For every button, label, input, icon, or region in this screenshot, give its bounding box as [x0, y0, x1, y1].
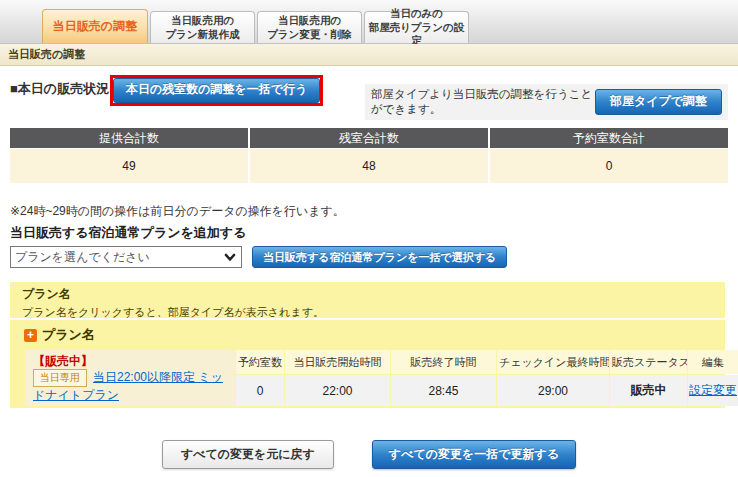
col-header-sales-status: 販売ステータス — [610, 350, 687, 374]
add-plan-row: プランを選んでください 当日販売する宿泊通常プランを一括で選択する — [10, 246, 507, 268]
col-header-edit: 編集 — [688, 350, 738, 374]
plan-list-panel: + プラン名 【販売中】 当日専用当日22:00以降限定 ミッドナイトプラン 予… — [10, 320, 725, 408]
summary-header-offered-total: 提供合計数 — [10, 128, 248, 148]
end-time-value: 28:45 — [391, 375, 496, 406]
add-plan-heading: 当日販売する宿泊通常プランを追加する — [10, 224, 246, 242]
plan-select-value: プランを選んでください — [15, 247, 150, 267]
tab-label: 当日販売の調整 — [43, 19, 147, 35]
revert-all-changes-button[interactable]: すべての変更を元に戻す — [162, 440, 334, 469]
summary-value-offered-total: 49 — [10, 149, 248, 183]
highlight-annotation-box: 本日の残室数の調整を一括で行う — [110, 75, 323, 106]
tab-label-line1: 当日のみの — [365, 7, 468, 21]
col-header-checkin-last-time: チェックイン最終時間 — [497, 350, 609, 374]
plan-select-dropdown[interactable]: プランを選んでください — [10, 246, 242, 268]
col-header-reserved-rooms: 予約室数 — [236, 350, 284, 374]
room-type-adjust-button[interactable]: 部屋タイプで調整 — [595, 89, 722, 116]
tab-label-line2: プラン新規作成 — [151, 28, 254, 42]
app-window: 当日販売の調整 当日販売用の プラン新規作成 当日販売用の プラン変更・削除 当… — [0, 0, 738, 477]
col-header-end-time: 販売終了時間 — [391, 350, 496, 374]
checkin-last-time-value: 29:00 — [497, 375, 609, 406]
chevron-down-icon — [223, 250, 237, 264]
bulk-adjust-remaining-rooms-button[interactable]: 本日の残室数の調整を一括で行う — [113, 78, 320, 103]
start-time-value: 22:00 — [285, 375, 390, 406]
tab-bar: 当日販売の調整 当日販売用の プラン新規作成 当日販売用の プラン変更・削除 当… — [0, 0, 738, 44]
room-type-note: 部屋タイプより当日販売の調整を行うことができます。 — [371, 87, 595, 117]
update-all-changes-button[interactable]: すべての変更を一括で更新する — [372, 440, 576, 469]
plan-name-info-panel: プラン名 プラン名をクリックすると、部屋タイプ名が表示されます。 — [10, 282, 725, 318]
reserved-rooms-value: 0 — [236, 375, 284, 406]
plan-name-info-description: プラン名をクリックすると、部屋タイプ名が表示されます。 — [22, 305, 713, 320]
sales-summary-table: 提供合計数 残室合計数 予約室数合計 49 48 0 — [10, 128, 728, 183]
summary-header-remaining-total: 残室合計数 — [250, 128, 488, 148]
bulk-select-plans-button[interactable]: 当日販売する宿泊通常プランを一括で選択する — [252, 246, 507, 268]
plan-table: 【販売中】 当日専用当日22:00以降限定 ミッドナイトプラン 予約室数 当日販… — [24, 349, 738, 407]
tab-label-line2: プラン変更・削除 — [258, 28, 361, 42]
plan-list-header-label: プラン名 — [42, 326, 95, 344]
breadcrumb: 当日販売の調整 — [0, 44, 738, 66]
plan-name-cell: 【販売中】 当日専用当日22:00以降限定 ミッドナイトプラン — [25, 350, 235, 406]
tab-label-line1: 当日販売用の — [258, 14, 361, 28]
footer-actions: すべての変更を元に戻す すべての変更を一括で更新する — [0, 440, 738, 469]
plan-status-label: 【販売中】 — [33, 353, 227, 369]
tab-label-line1: 当日販売用の — [151, 14, 254, 28]
same-day-only-badge: 当日専用 — [33, 369, 87, 387]
tab-room-only-plan[interactable]: 当日のみの 部屋売りプランの設定 — [364, 11, 469, 43]
plan-name-info-title: プラン名 — [22, 286, 713, 303]
sales-status-value: 販売中 — [610, 375, 687, 406]
summary-header-reserved-total: 予約室数合計 — [490, 128, 728, 148]
section-title-today-sales: ■本日の販売状況 — [10, 80, 109, 98]
tab-today-sales-adjust[interactable]: 当日販売の調整 — [42, 9, 148, 43]
room-type-adjust-panel: 部屋タイプより当日販売の調整を行うことができます。 部屋タイプで調整 — [365, 84, 728, 120]
edit-settings-link[interactable]: 設定変更 — [689, 383, 737, 397]
summary-value-reserved-total: 0 — [490, 149, 728, 183]
summary-value-remaining-total: 48 — [250, 149, 488, 183]
tab-new-plan[interactable]: 当日販売用の プラン新規作成 — [150, 11, 255, 43]
col-header-start-time: 当日販売開始時間 — [285, 350, 390, 374]
plan-list-header: + プラン名 — [24, 326, 711, 344]
tab-edit-delete-plan[interactable]: 当日販売用の プラン変更・削除 — [257, 11, 362, 43]
midnight-operation-note: ※24時~29時の間の操作は前日分のデータの操作を行います。 — [10, 203, 345, 220]
plus-icon: + — [24, 329, 37, 342]
